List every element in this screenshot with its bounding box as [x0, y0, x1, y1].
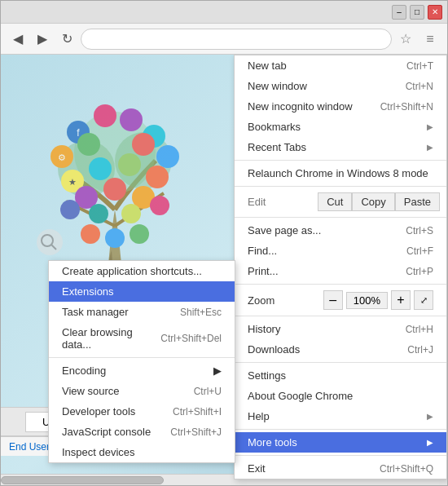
svg-point-12	[156, 145, 179, 168]
zoom-fullscreen-button[interactable]: ⤢	[414, 290, 433, 310]
chrome-main-menu: New tab Ctrl+T New window Ctrl+N New inc…	[234, 55, 447, 479]
svg-point-17	[146, 166, 169, 188]
menu-item-save-page[interactable]: Save page as... Ctrl+S	[235, 220, 446, 241]
browser-window: – □ ✕ ◀ ▶ ↻ ☆ ≡	[0, 0, 448, 486]
menu-item-settings[interactable]: Settings	[235, 365, 446, 386]
menu-divider-6	[235, 362, 446, 363]
submenu-item-extensions[interactable]: Extensions	[49, 281, 235, 302]
submenu-item-view-source[interactable]: View source Ctrl+U	[49, 381, 235, 401]
svg-text:★: ★	[68, 177, 77, 187]
menu-item-new-window[interactable]: New window Ctrl+N	[235, 76, 446, 96]
minimize-button[interactable]: –	[392, 5, 406, 20]
zoom-in-button[interactable]: +	[391, 290, 411, 310]
menu-item-history[interactable]: History Ctrl+H	[235, 319, 446, 339]
svg-point-27	[130, 224, 149, 244]
menu-item-downloads[interactable]: Downloads Ctrl+J	[235, 339, 446, 360]
menu-item-relaunch[interactable]: Relaunch Chrome in Windows 8 mode	[235, 163, 446, 183]
svg-point-19	[103, 178, 126, 201]
svg-point-23	[121, 204, 141, 223]
menu-item-help[interactable]: Help ▶	[235, 406, 446, 426]
reload-button[interactable]: ↻	[56, 29, 77, 50]
menu-divider-7	[235, 429, 446, 430]
svg-point-24	[150, 196, 169, 215]
menu-divider-1	[235, 160, 446, 161]
menu-divider-2	[235, 186, 446, 187]
edit-row: Edit Cut Copy Paste	[235, 189, 446, 214]
maximize-button[interactable]: □	[410, 5, 424, 20]
chrome-menu-button[interactable]: ≡	[419, 29, 441, 50]
close-button[interactable]: ✕	[428, 5, 442, 20]
zoom-out-button[interactable]: –	[323, 290, 343, 310]
menu-item-exit[interactable]: Exit Ctrl+Shift+Q	[235, 458, 446, 479]
submenu-item-task-manager[interactable]: Task manager Shift+Esc	[49, 302, 235, 322]
menu-divider-8	[235, 455, 446, 456]
menu-item-bookmarks[interactable]: Bookmarks ▶	[235, 117, 446, 137]
submenu-item-developer-tools[interactable]: Developer tools Ctrl+Shift+I	[49, 401, 235, 422]
svg-text:⚙: ⚙	[58, 152, 66, 162]
copy-button[interactable]: Copy	[352, 192, 394, 211]
svg-point-11	[132, 133, 155, 156]
svg-point-22	[89, 204, 108, 223]
svg-point-6	[120, 108, 143, 131]
svg-point-25	[81, 224, 100, 244]
svg-point-28	[37, 229, 63, 255]
toolbar: ◀ ▶ ↻ ☆ ≡	[1, 24, 447, 55]
submenu-divider-1	[49, 357, 235, 358]
menu-item-print[interactable]: Print... Ctrl+P	[235, 261, 446, 281]
address-bar[interactable]	[81, 29, 392, 50]
submenu-item-clear-browsing-data[interactable]: Clear browsing data... Ctrl+Shift+Del	[49, 322, 235, 355]
menu-divider-4	[235, 284, 446, 285]
cut-button[interactable]: Cut	[318, 192, 352, 211]
menu-item-find[interactable]: Find... Ctrl+F	[235, 241, 446, 261]
page-content: f ⚙ ★	[1, 55, 447, 485]
menu-divider-5	[235, 316, 446, 316]
submenu-item-create-shortcuts[interactable]: Create application shortcuts...	[49, 261, 235, 281]
submenu-item-encoding[interactable]: Encoding ▶	[49, 360, 235, 381]
menu-item-recent-tabs[interactable]: Recent Tabs ▶	[235, 137, 446, 157]
submenu-item-inspect-devices[interactable]: Inspect devices	[49, 442, 235, 462]
scroll-thumb[interactable]	[1, 476, 164, 484]
svg-point-5	[94, 104, 116, 127]
more-tools-submenu: Create application shortcuts... Extensio…	[48, 260, 235, 463]
svg-point-15	[89, 157, 112, 180]
svg-point-16	[118, 153, 141, 176]
menu-item-new-tab[interactable]: New tab Ctrl+T	[235, 55, 446, 76]
forward-button[interactable]: ▶	[32, 29, 53, 50]
edit-label: Edit	[241, 196, 318, 208]
title-bar: – □ ✕	[1, 1, 447, 24]
zoom-row: Zoom – 100% + ⤢	[235, 287, 446, 313]
menu-item-new-incognito[interactable]: New incognito window Ctrl+Shift+N	[235, 96, 446, 117]
menu-item-about[interactable]: About Google Chrome	[235, 386, 446, 406]
zoom-percent: 100%	[346, 292, 388, 309]
svg-point-21	[60, 200, 80, 219]
svg-point-10	[77, 133, 100, 156]
menu-item-more-tools[interactable]: More tools ▶	[235, 432, 446, 453]
zoom-label: Zoom	[248, 294, 320, 307]
svg-point-26	[105, 228, 125, 248]
star-button[interactable]: ☆	[395, 29, 416, 50]
submenu-item-javascript-console[interactable]: JavaScript console Ctrl+Shift+J	[49, 422, 235, 442]
menu-divider-3	[235, 217, 446, 218]
back-button[interactable]: ◀	[7, 29, 29, 50]
paste-button[interactable]: Paste	[395, 192, 440, 211]
